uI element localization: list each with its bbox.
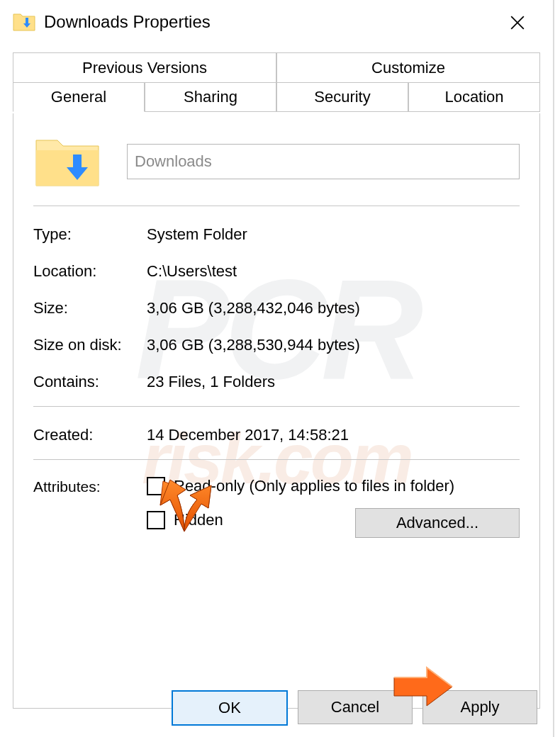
apply-button-label: Apply bbox=[460, 698, 499, 716]
properties-dialog: PCR risk.com Downloads Properties Previo… bbox=[0, 0, 554, 737]
titlebar: Downloads Properties bbox=[0, 0, 553, 44]
advanced-button[interactable]: Advanced... bbox=[355, 508, 520, 538]
tab-strip: Previous Versions Customize General Shar… bbox=[13, 52, 540, 113]
readonly-checkbox[interactable] bbox=[147, 477, 165, 495]
tab-general[interactable]: General bbox=[13, 82, 145, 112]
close-icon bbox=[510, 15, 525, 30]
tab-location[interactable]: Location bbox=[408, 82, 540, 112]
type-value: System Folder bbox=[147, 225, 247, 244]
ok-button-label: OK bbox=[218, 699, 241, 717]
advanced-button-label: Advanced... bbox=[396, 514, 478, 532]
attributes-label: Attributes: bbox=[33, 477, 147, 495]
sizeondisk-value: 3,06 GB (3,288,530,944 bytes) bbox=[147, 336, 360, 354]
tab-customize[interactable]: Customize bbox=[276, 52, 540, 82]
folder-download-icon bbox=[13, 11, 35, 33]
tab-sharing[interactable]: Sharing bbox=[145, 82, 276, 112]
separator bbox=[33, 406, 520, 407]
hidden-checkbox[interactable] bbox=[147, 511, 165, 529]
apply-button[interactable]: Apply bbox=[422, 690, 537, 724]
type-label: Type: bbox=[33, 225, 147, 244]
created-value: 14 December 2017, 14:58:21 bbox=[147, 426, 349, 444]
folder-name-input[interactable]: Downloads bbox=[127, 144, 520, 179]
size-value: 3,06 GB (3,288,432,046 bytes) bbox=[147, 299, 360, 317]
created-label: Created: bbox=[33, 426, 147, 444]
readonly-label: Read-only (Only applies to files in fold… bbox=[174, 477, 454, 495]
size-label: Size: bbox=[33, 299, 147, 317]
location-label: Location: bbox=[33, 262, 147, 281]
dialog-button-bar: OK Cancel Apply bbox=[0, 690, 553, 726]
ok-button[interactable]: OK bbox=[172, 690, 288, 726]
sizeondisk-label: Size on disk: bbox=[33, 336, 147, 354]
separator bbox=[33, 459, 520, 460]
separator bbox=[33, 206, 520, 206]
close-button[interactable] bbox=[502, 7, 533, 38]
tab-previous-versions[interactable]: Previous Versions bbox=[13, 52, 276, 82]
folder-name-value: Downloads bbox=[135, 152, 212, 171]
window-title: Downloads Properties bbox=[44, 12, 211, 32]
general-panel: Downloads Type: System Folder Location: … bbox=[13, 113, 540, 709]
cancel-button-label: Cancel bbox=[331, 698, 379, 716]
location-value: C:\Users\test bbox=[147, 262, 237, 281]
contains-label: Contains: bbox=[33, 373, 147, 391]
folder-large-icon bbox=[33, 133, 101, 190]
tab-security[interactable]: Security bbox=[276, 82, 408, 112]
cancel-button[interactable]: Cancel bbox=[298, 690, 413, 724]
contains-value: 23 Files, 1 Folders bbox=[147, 373, 275, 391]
hidden-label: Hidden bbox=[174, 511, 223, 529]
